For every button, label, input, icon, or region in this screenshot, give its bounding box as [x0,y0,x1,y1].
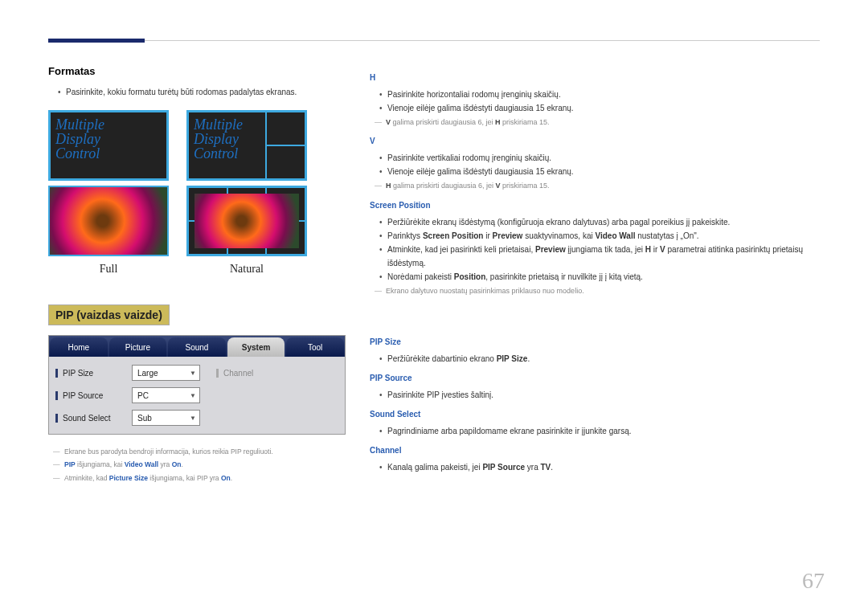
caption-full: Full [48,263,169,276]
header-rule [48,40,820,41]
heading-channel: Channel [370,444,820,457]
osd-label-channel: Channel [216,369,253,378]
osd-label-pipsize: PIP Size [55,369,132,378]
soundselect-item: Pagrindiniame arba papildomame ekrane pa… [379,424,820,438]
heading-h: H [370,72,820,84]
note-picturesize: Atminkite, kad Picture Size išjungiama, … [48,472,346,484]
caption-natural: Natural [186,263,307,276]
osd-select-pipsource[interactable]: PC [132,387,200,403]
heading-pip-source: PIP Source [370,372,820,385]
osd-tab-home[interactable]: Home [50,337,108,357]
osd-select-soundselect[interactable]: Sub [132,410,200,426]
note-pip-videowall: PIP išjungiama, kai Video Wall yra On. [48,459,346,470]
heading-sound-select: Sound Select [370,408,820,421]
osd-tab-tool[interactable]: Tool [286,337,344,357]
thumb-full-text: Multiple Display Control [48,110,169,181]
osd-label-soundselect: Sound Select [55,414,132,423]
sp-item-3: Atminkite, kad jei pasirinkti keli priet… [379,243,820,270]
h-item-1: Pasirinkite horizontaliai rodomų įrengin… [379,88,820,101]
v-item-2: Vienoje eilėje galima išdėstyti daugiaus… [379,165,820,178]
thumb-natural-text: Multiple Display Control [186,110,307,181]
pip-heading: PIP (vaizdas vaizde) [48,304,170,325]
sp-note: Ekrano dalytuvo nuostatų pasirinkimas pr… [370,285,820,297]
sp-item-4: Norėdami pakeisti Position, pasirinkite … [379,270,820,284]
osd-panel: Home Picture Sound System Tool PIP Size … [48,335,346,435]
h-item-2: Vienoje eilėje galima išdėstyti daugiaus… [379,101,820,115]
sp-item-1: Peržiūrėkite ekranų išdėstymą (konfigūru… [379,215,820,229]
osd-select-pipsize[interactable]: Large [132,365,200,381]
note-pip-info: Ekrane bus parodyta bendroji informacija… [48,446,346,457]
heading-pip-size: PIP Size [370,336,820,349]
heading-screen-position: Screen Position [370,199,820,212]
heading-v: V [370,135,820,148]
heading-formatas: Formatas [48,65,346,77]
sp-item-2: Parinktys Screen Position ir Preview sua… [379,229,820,243]
formatas-item: Pasirinkite, kokiu formatu turėtų būti r… [58,85,346,99]
thumb-natural-image [186,186,307,256]
osd-tabs: Home Picture Sound System Tool [49,336,345,357]
v-item-1: Pasirinkite vertikaliai rodomų įrenginių… [379,151,820,165]
osd-tab-picture[interactable]: Picture [109,337,167,357]
osd-tab-sound[interactable]: Sound [168,337,226,357]
osd-label-pipsource: PIP Source [55,391,132,400]
osd-tab-system[interactable]: System [227,337,285,357]
page-number: 67 [802,568,825,594]
format-thumbnails: Multiple Display Control Full Multiple D… [48,110,346,276]
pipsize-item: Peržiūrėkite dabartinio ekrano PIP Size. [379,352,820,366]
h-note: V galima priskirti daugiausia 6, jei H p… [370,116,820,129]
v-note: H galima priskirti daugiausia 6, jei V p… [370,180,820,192]
pipsource-item: Pasirinkite PIP įvesties šaltinį. [379,388,820,402]
thumb-full-image [48,186,169,256]
channel-item: Kanalą galima pakeisti, jei PIP Source y… [379,460,820,474]
